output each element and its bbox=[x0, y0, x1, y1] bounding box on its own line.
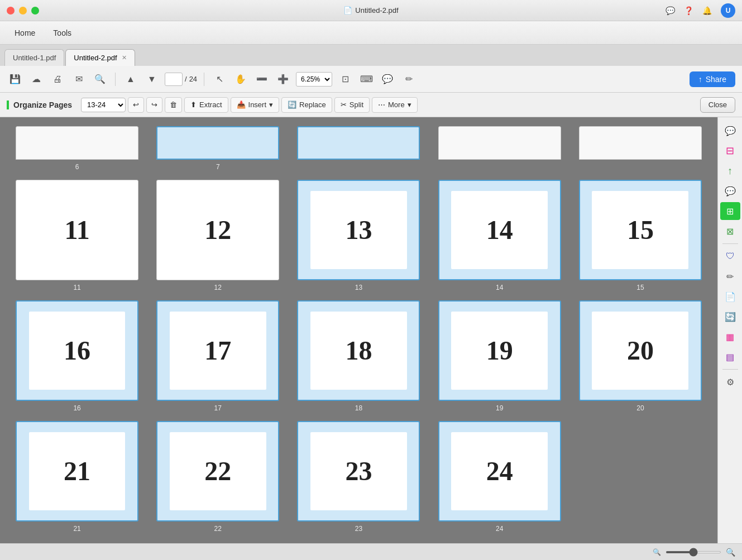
zoom-out-icon[interactable]: 🔍 bbox=[653, 548, 661, 556]
redo-button[interactable]: ↪ bbox=[146, 97, 162, 113]
pages-panel-icon[interactable]: 📄 bbox=[720, 288, 740, 305]
maximize-window-button[interactable] bbox=[31, 7, 39, 15]
page-inner-11: 11 bbox=[28, 190, 126, 270]
page-num-24: 24 bbox=[496, 525, 503, 533]
page-card-8-partial[interactable] bbox=[293, 126, 424, 171]
page-card-14[interactable]: 14 14 bbox=[434, 180, 566, 291]
email-button[interactable]: ✉ bbox=[70, 71, 87, 88]
page-card-11[interactable]: 11 11 bbox=[11, 180, 143, 291]
hand-tool-button[interactable]: ✋ bbox=[232, 71, 249, 88]
upload-button[interactable]: ☁ bbox=[28, 71, 45, 88]
page-thumb-11: 11 bbox=[16, 180, 138, 280]
fit-width-button[interactable]: ⌨ bbox=[358, 71, 375, 88]
zoom-slider[interactable] bbox=[666, 551, 721, 553]
page-card-22[interactable]: 22 22 bbox=[152, 421, 284, 533]
page-num-21: 21 bbox=[73, 525, 80, 533]
page-card-19[interactable]: 19 19 bbox=[434, 300, 566, 412]
chat-icon[interactable]: 💬 bbox=[666, 6, 675, 15]
page-card-15[interactable]: 15 15 bbox=[575, 180, 706, 291]
page-card-17[interactable]: 17 17 bbox=[152, 300, 284, 412]
settings-panel-icon[interactable]: ⚙ bbox=[720, 373, 740, 391]
page-num-22: 22 bbox=[214, 525, 222, 533]
page-num-7: 7 bbox=[216, 163, 220, 171]
split-button[interactable]: ✂ Split bbox=[334, 97, 370, 113]
toolbar-sep-1 bbox=[115, 73, 116, 86]
page-card-16[interactable]: 16 16 bbox=[11, 300, 143, 412]
search-button[interactable]: 🔍 bbox=[92, 71, 108, 88]
page-thumb-18: 18 bbox=[297, 300, 420, 401]
cursor-tool-button[interactable]: ↖ bbox=[211, 71, 228, 88]
page-card-12[interactable]: 12 12 bbox=[152, 180, 284, 291]
close-organize-button[interactable]: Close bbox=[700, 97, 735, 113]
page-num-13: 13 bbox=[355, 284, 362, 291]
page-inner-13: 13 bbox=[310, 191, 407, 270]
help-icon[interactable]: ❓ bbox=[684, 6, 693, 15]
more-button[interactable]: ⋯ More ▾ bbox=[372, 97, 418, 113]
partial-top-row: 6 7 bbox=[11, 126, 706, 171]
print-button[interactable]: 🖨 bbox=[49, 71, 66, 88]
tab-untitled2[interactable]: Untitled-2.pdf ✕ bbox=[65, 49, 135, 66]
zoom-select[interactable]: 6.25% 12.5% 25% 50% 100% bbox=[296, 72, 332, 87]
page-card-24[interactable]: 24 24 bbox=[434, 421, 566, 533]
comments-panel-icon[interactable]: 💬 bbox=[720, 122, 740, 140]
nav-home[interactable]: Home bbox=[6, 24, 44, 42]
tab-label: Untitled-1.pdf bbox=[13, 54, 56, 62]
avatar[interactable]: U bbox=[721, 3, 735, 18]
page-thumb-21: 21 bbox=[16, 421, 138, 521]
sidebar-sep-2 bbox=[722, 369, 738, 370]
compress-panel-icon[interactable]: ⊠ bbox=[720, 222, 740, 240]
page-card-6[interactable]: 6 bbox=[11, 126, 143, 171]
undo-button[interactable]: ↩ bbox=[128, 97, 144, 113]
more-chevron: ▾ bbox=[408, 100, 411, 109]
insert-icon: 📥 bbox=[237, 100, 246, 109]
redact-panel-icon[interactable]: ▦ bbox=[720, 328, 740, 346]
zoom-in-button[interactable]: ➕ bbox=[275, 71, 291, 88]
page-card-23[interactable]: 23 23 bbox=[293, 421, 424, 533]
page-current-input[interactable]: 24 bbox=[165, 73, 183, 86]
page-num-label-22: 22 bbox=[204, 456, 231, 486]
page-thumb-14: 14 bbox=[438, 180, 561, 280]
barcode-panel-icon[interactable]: ▤ bbox=[720, 348, 740, 366]
extract-button[interactable]: ⬆ Extract bbox=[184, 97, 228, 113]
page-up-button[interactable]: ▲ bbox=[122, 71, 139, 88]
page-card-7[interactable]: 7 bbox=[152, 126, 284, 171]
page-inner-19: 19 bbox=[451, 312, 548, 390]
zoom-in-icon[interactable]: 🔍 bbox=[726, 548, 735, 557]
zoom-out-button[interactable]: ➖ bbox=[253, 71, 270, 88]
nav-tools[interactable]: Tools bbox=[44, 24, 80, 42]
page-num-6: 6 bbox=[75, 163, 79, 171]
page-range-select[interactable]: 13-24 1-12 All bbox=[81, 98, 126, 112]
notifications-icon[interactable]: 🔔 bbox=[702, 6, 712, 15]
page-num-17: 17 bbox=[214, 404, 222, 412]
split-icon: ✂ bbox=[341, 100, 347, 109]
convert-panel-icon[interactable]: 🔄 bbox=[720, 308, 740, 326]
annotate-panel-icon[interactable]: ✏ bbox=[720, 267, 740, 285]
page-num-label-12: 12 bbox=[204, 214, 231, 245]
page-card-20[interactable]: 20 20 bbox=[575, 300, 706, 412]
export-panel-icon[interactable]: ↑ bbox=[720, 162, 740, 180]
comment2-panel-icon[interactable]: 💬 bbox=[720, 182, 740, 200]
draw-button[interactable]: ✏ bbox=[400, 71, 417, 88]
annotation-button[interactable]: 💬 bbox=[379, 71, 396, 88]
close-window-button[interactable] bbox=[7, 7, 15, 15]
replace-button[interactable]: 🔄 Replace bbox=[281, 97, 332, 113]
delete-button[interactable]: 🗑 bbox=[165, 97, 182, 113]
share-button[interactable]: ↑ Share bbox=[690, 71, 735, 87]
page-card-13[interactable]: 13 13 bbox=[293, 180, 424, 291]
tab-close-icon[interactable]: ✕ bbox=[122, 54, 127, 61]
page-card-21[interactable]: 21 21 bbox=[11, 421, 143, 533]
page-card-10-partial[interactable] bbox=[575, 126, 706, 171]
page-down-button[interactable]: ▼ bbox=[143, 71, 160, 88]
organize-panel-icon[interactable]: ⊞ bbox=[720, 202, 740, 220]
fit-page-button[interactable]: ⊡ bbox=[337, 71, 353, 88]
tab-untitled1[interactable]: Untitled-1.pdf bbox=[4, 49, 64, 66]
compare-panel-icon[interactable]: ⊟ bbox=[720, 142, 740, 160]
protect-panel-icon[interactable]: 🛡 bbox=[720, 247, 740, 265]
save-button[interactable]: 💾 bbox=[7, 71, 23, 88]
minimize-window-button[interactable] bbox=[19, 7, 27, 15]
insert-button[interactable]: 📥 Insert ▾ bbox=[231, 97, 280, 113]
page-thumb-partial-9 bbox=[438, 126, 561, 160]
extract-icon: ⬆ bbox=[190, 100, 197, 109]
page-card-9-partial[interactable] bbox=[434, 126, 566, 171]
page-card-18[interactable]: 18 18 bbox=[293, 300, 424, 412]
